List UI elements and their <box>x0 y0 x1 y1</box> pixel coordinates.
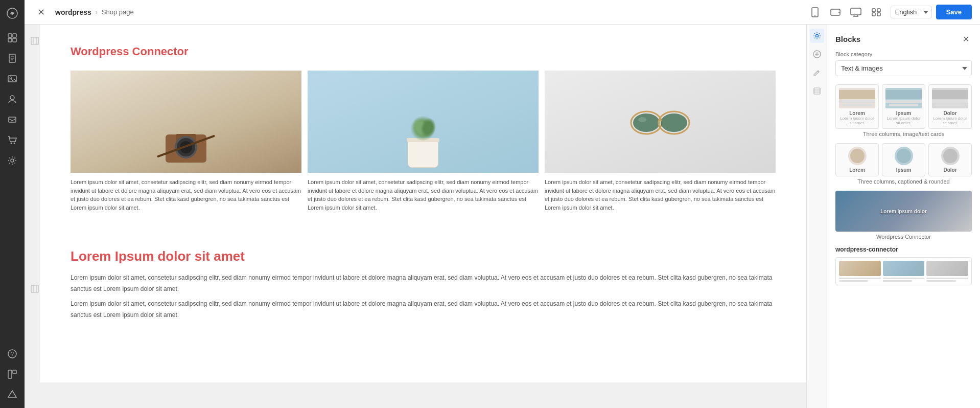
forms-icon[interactable] <box>3 110 21 129</box>
close-button[interactable]: ✕ <box>33 4 49 20</box>
block-card-dolor-text[interactable]: Dolor Lorem ipsum dolor sit amet. <box>928 84 972 129</box>
logo-icon[interactable] <box>3 4 21 22</box>
block-card-ipsum-text[interactable]: Ipsum Lorem ipsum dolor sit amet. <box>882 84 925 129</box>
svg-point-27 <box>11 159 14 162</box>
column-toggle-bottom[interactable] <box>29 283 41 295</box>
block-card-ipsum-rounded-img <box>895 147 913 165</box>
desktop-view-button[interactable] <box>848 4 864 20</box>
block-card-dolor-rounded-img <box>941 147 960 165</box>
wp-preview-img-2 <box>883 261 925 276</box>
block-card-lorem-rounded-label: Lorem <box>839 167 875 173</box>
svg-rect-24 <box>9 117 16 122</box>
wp-preview-img-1 <box>839 261 881 276</box>
svg-point-25 <box>11 143 12 144</box>
svg-rect-14 <box>13 34 16 37</box>
section2-text2: Lorem ipsum dolor sit amet, consetetur s… <box>71 299 776 321</box>
ecommerce-icon[interactable] <box>3 131 21 149</box>
canvas-content: Wordpress Connector <box>40 25 806 382</box>
users-icon[interactable] <box>3 90 21 108</box>
block-card-ipsum-subtext: Lorem ipsum dolor sit amet. <box>885 116 922 125</box>
wp-preview-line-1 <box>839 278 881 279</box>
svg-point-23 <box>10 96 14 100</box>
canvas-section1: Wordpress Connector <box>40 25 806 248</box>
column-image-2 <box>308 71 539 173</box>
wp-preview-line-6 <box>926 280 955 282</box>
svg-rect-21 <box>8 76 16 82</box>
three-col-text-section-title: Three columns, image/text cards <box>835 131 972 137</box>
wp-preview-col-3 <box>926 261 968 282</box>
grid-icon[interactable] <box>3 365 21 383</box>
top-bar-right: English French German Spanish Save <box>891 5 972 19</box>
panel-close-button[interactable]: ✕ <box>960 33 972 45</box>
edit-panel-icon[interactable] <box>810 65 824 80</box>
column-toggle-top[interactable] <box>29 35 41 47</box>
block-card-ipsum-label: Ipsum <box>885 110 922 116</box>
svg-rect-30 <box>8 370 12 378</box>
pages-icon[interactable] <box>3 49 21 67</box>
hero-image-preview[interactable]: Lorem Ipsum dolor <box>835 191 972 232</box>
main-canvas: Wordpress Connector <box>25 25 806 408</box>
block-card-ipsum-rounded[interactable]: Ipsum <box>882 143 925 176</box>
layout-icon[interactable] <box>3 29 21 47</box>
wp-preview-col-2 <box>883 261 925 282</box>
three-col-rounded-section-title: Three columns, captioned & rounded <box>835 178 972 185</box>
canvas-section2: Lorem Ipsum dolor sit amet Lorem ipsum d… <box>40 248 806 341</box>
wp-connector-section-title: wordpress-connector <box>835 246 972 253</box>
column-image-3 <box>545 71 776 173</box>
mobile-view-button[interactable] <box>807 4 823 20</box>
block-category-select[interactable]: Text & images Hero Media Forms E-commerc… <box>835 60 972 76</box>
three-columns-row: Lorem ipsum dolor sit amet, consetetur s… <box>71 71 776 212</box>
block-card-lorem-text[interactable]: Lorem Lorem ipsum dolor sit amet. <box>835 84 879 129</box>
top-bar-left: wordpress › Shop page <box>55 8 801 16</box>
svg-point-42 <box>661 114 687 132</box>
tablet-view-button[interactable] <box>827 4 844 20</box>
column-card-2: Lorem ipsum dolor sit amet, consetetur s… <box>308 71 539 212</box>
svg-point-1 <box>814 15 815 16</box>
panel-header: Blocks ✕ <box>835 33 972 45</box>
settings-icon[interactable] <box>3 151 21 170</box>
block-card-dolor-rounded[interactable]: Dolor <box>928 143 972 176</box>
settings-panel-icon[interactable] <box>810 29 824 43</box>
svg-rect-36 <box>31 285 38 292</box>
save-button[interactable]: Save <box>936 5 972 19</box>
svg-point-26 <box>14 143 15 144</box>
three-col-rounded-preview-row: Lorem Ipsum Dolor <box>835 143 972 176</box>
left-sidebar: ? <box>0 0 25 408</box>
wp-preview-line-3 <box>883 278 925 279</box>
svg-rect-16 <box>13 38 16 42</box>
apps-icon[interactable] <box>3 386 21 404</box>
right-panel: Blocks ✕ Block category Text & images He… <box>806 25 980 408</box>
svg-rect-4 <box>851 8 861 15</box>
svg-point-47 <box>815 35 818 37</box>
language-select[interactable]: English French German Spanish <box>891 6 932 18</box>
help-icon[interactable]: ? <box>3 345 21 363</box>
wp-preview-columns <box>839 261 968 282</box>
images-icon[interactable] <box>3 70 21 88</box>
block-card-ipsum-img <box>885 88 922 108</box>
panel-content: Blocks ✕ Block category Text & images He… <box>827 25 980 296</box>
svg-rect-9 <box>877 9 880 12</box>
page-name[interactable]: Shop page <box>102 8 134 16</box>
block-card-dolor-subtext: Lorem ipsum dolor sit amet. <box>932 116 968 125</box>
section2-text1: Lorem ipsum dolor sit amet, consetetur s… <box>71 273 776 294</box>
block-card-dolor-img <box>932 88 968 108</box>
column-text-3: Lorem ipsum dolor sit amet, consetetur s… <box>545 178 776 212</box>
wp-preview-line-5 <box>926 278 968 279</box>
hero-preview-label: Lorem Ipsum dolor <box>880 209 927 214</box>
svg-text:?: ? <box>11 351 14 357</box>
svg-point-3 <box>838 12 839 13</box>
block-card-lorem-rounded[interactable]: Lorem <box>835 143 879 176</box>
svg-rect-52 <box>814 88 820 94</box>
column-card-1: Lorem ipsum dolor sit amet, consetetur s… <box>71 71 301 212</box>
layers-panel-icon[interactable] <box>810 84 824 98</box>
svg-point-40 <box>633 114 660 132</box>
svg-rect-33 <box>31 37 38 44</box>
column-image-1 <box>71 71 301 173</box>
block-category-label: Block category <box>835 51 972 57</box>
add-block-panel-icon[interactable] <box>810 47 824 61</box>
wp-preview-col-1 <box>839 261 881 282</box>
wp-connector-preview[interactable] <box>835 257 972 285</box>
section2-title: Lorem Ipsum dolor sit amet <box>71 248 776 264</box>
svg-rect-8 <box>872 9 875 12</box>
grid-view-button[interactable] <box>868 4 884 20</box>
